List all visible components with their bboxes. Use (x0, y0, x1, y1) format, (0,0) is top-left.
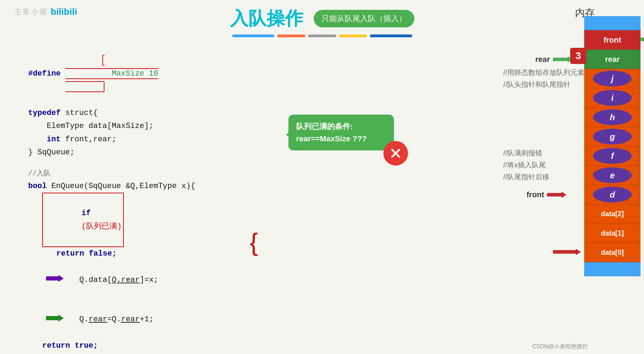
front-label-area: front (527, 190, 566, 199)
color-bar-2 (277, 34, 305, 37)
right-arrow-icon (640, 36, 644, 45)
code-line-elemtype: ElemType data[MaxSize]; (28, 120, 496, 133)
maxsize-value: MaxSize 10 (112, 69, 158, 78)
color-bar-4 (339, 34, 367, 37)
elemtype-text: ElemType data[MaxSize]; (28, 120, 153, 133)
svg-marker-1 (46, 314, 64, 321)
green-arrow-icon (9, 300, 64, 339)
code-line-data-assign: Q.data[Q.rear]=x; (28, 260, 496, 300)
mem-cell-data1: data[1] (584, 224, 640, 243)
maxsize-highlighted: MaxSize 10 (65, 41, 158, 107)
header: 主客小屋 bilibili 入队操作 只能从队尾入队（插入） 内存 (0, 0, 644, 31)
if-kw: if (82, 209, 91, 218)
code-line-sqqueue: } SqQueue; (28, 146, 496, 159)
code-line-if: if (队列已满) (28, 193, 496, 247)
color-bar-5 (370, 34, 412, 37)
svg-marker-6 (547, 192, 566, 198)
purple-arrow-icon (9, 260, 64, 300)
code-line-return-false: return false; (28, 247, 496, 260)
front-rear: front,rear; (60, 133, 116, 146)
typedef-struct: struct{ (60, 107, 98, 120)
q-rear-underline: Q.rear (112, 276, 140, 284)
logo-area: 主客小屋 bilibili (14, 6, 77, 17)
color-bars (0, 34, 644, 37)
svg-marker-0 (46, 275, 64, 282)
curly-brace-icon: { (250, 229, 258, 256)
typedef-kw: typedef (28, 107, 60, 120)
oval-i: i (593, 90, 632, 106)
if-condition: (队列已满) (82, 222, 122, 231)
code-line-return-true: return true; (28, 339, 496, 352)
oval-h: h (593, 109, 632, 125)
mem-cell-h: h (584, 108, 640, 127)
watermark: CSDN@小表拒绝摆烂 (532, 343, 588, 350)
mem-cell-data0: data[0] (584, 243, 640, 262)
code-line-intfrontrear: int front,rear; (28, 133, 496, 146)
bool-kw: bool (28, 180, 47, 193)
bilibili-logo: bilibili (51, 6, 77, 17)
if-box: if (队列已满) (42, 193, 124, 247)
rear-green-arrow-icon (553, 56, 572, 63)
x-close-button[interactable] (383, 141, 408, 166)
color-bar-1 (232, 34, 274, 37)
page-title: 入队操作 (230, 6, 303, 31)
rear-label: rear (535, 55, 550, 64)
mem-cell-data2: data[2] (584, 204, 640, 224)
rear-label-area: rear (535, 55, 572, 64)
x-icon (389, 147, 402, 160)
svg-marker-5 (553, 56, 572, 63)
mem-cell-d: d front (584, 185, 640, 204)
color-bar-3 (308, 34, 336, 37)
oval-f: f (593, 148, 632, 164)
mem-cell-i: i (584, 88, 640, 108)
sqqueue-text: } SqQueue; (28, 146, 75, 159)
code-line-rear-inc: Q.rear=Q.rear+1; (28, 300, 496, 339)
maxsize-box: MaxSize 10 (65, 55, 158, 92)
mem-cell-front: front (584, 30, 640, 50)
int-kw: int (28, 133, 60, 146)
func-name: EnQueue(SqQueue &Q,ElemType x){ (47, 180, 195, 193)
mem-cell-rear: rear rear (584, 50, 640, 69)
return-kw-false: return false; (56, 247, 117, 260)
oval-d: d (593, 187, 632, 202)
mem-cell-j: j (584, 69, 640, 88)
svg-marker-4 (640, 36, 644, 43)
memory-diagram: 3 front rear rear (563, 16, 640, 276)
rear-underline: rear (89, 315, 107, 324)
oval-e: e (593, 167, 632, 183)
bubble-condition: rear==MaxSize ??? (296, 133, 386, 145)
code-block: #define MaxSize 10 typedef struct{ ElemT… (28, 41, 496, 354)
code-line-close: } (28, 353, 496, 354)
code-line-typedef: typedef struct{ (28, 107, 496, 120)
front-red-arrow-icon (547, 192, 566, 198)
bubble-title: 队列已满的条件: (296, 120, 386, 133)
oval-j: j (593, 71, 632, 86)
oval-g: g (593, 129, 632, 144)
code-line-define: #define MaxSize 10 (28, 41, 496, 107)
speech-bubble: 队列已满的条件: rear==MaxSize ??? (288, 115, 394, 150)
define-keyword: #define (28, 67, 65, 80)
enqueue-comment: //入队 (28, 168, 51, 180)
data0-red-arrow-icon (553, 249, 581, 257)
svg-marker-7 (553, 249, 581, 255)
mem-cell-top-empty (584, 16, 640, 30)
title-badge: 只能从队尾入队（插入） (314, 10, 414, 27)
number-badge: 3 (570, 48, 586, 64)
mem-cell-bottom-empty (584, 262, 640, 276)
rear-underline2: rear (121, 315, 140, 324)
logo-text: 主客小屋 (14, 7, 48, 17)
front-label: front (527, 190, 544, 199)
memory-stack: front rear rear j i (584, 16, 640, 276)
code-line-comment-enqueue: //入队 (28, 168, 496, 180)
mem-cell-f: f (584, 146, 640, 166)
mem-cell-e: e (584, 166, 640, 185)
close-brace: } (28, 353, 33, 354)
code-line-func: bool EnQueue(SqQueue &Q,ElemType x){ (28, 180, 496, 193)
mem-cell-g: g (584, 127, 640, 146)
return-true-kw: return true; (42, 339, 98, 352)
